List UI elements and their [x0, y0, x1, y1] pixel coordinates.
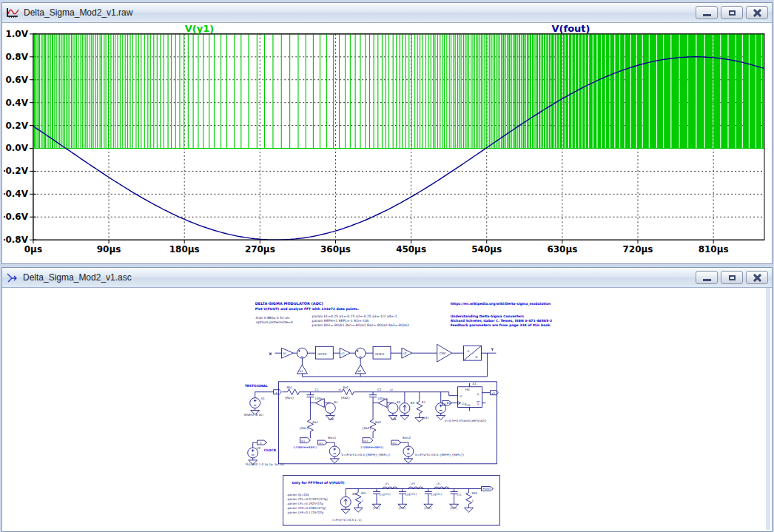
schematic-text: 1e8 [391, 417, 397, 421]
schematic-text: TESTSIGNAL [245, 384, 268, 388]
schematic-text: C1 [314, 388, 319, 391]
schematic-text: A1 [473, 382, 477, 385]
svg-text:720µs: 720µs [623, 244, 653, 255]
schematic-text: .param LFE=0.1125*2/fg [287, 511, 324, 514]
schematic-text: PULSE(0 1 0 1p 1p .5u 1u) [246, 462, 285, 466]
svg-text:-0.8V: -0.8V [4, 235, 29, 245]
schematic-text: PRE [465, 388, 471, 391]
schematic-text: https://en.wikipedia.org/wiki/Delta-sigm… [451, 302, 551, 306]
schematic-text: .options plotwinsize=0 [255, 320, 293, 324]
schematic-text: 1 [472, 499, 474, 502]
restore-button[interactable] [721, 271, 743, 284]
schematic-text: RFL [361, 491, 367, 495]
schematic-text: {LFE} [409, 493, 417, 496]
waveform-plot[interactable]: 1.0V0.8V0.6V0.4V0.2V0.0V-0.2V-0.4V-0.6V-… [4, 23, 770, 262]
schematic-pane: DELTA-SIGMA MODULATOR (ADC)Plot V(FOUT) … [4, 288, 766, 530]
schematic-text: 1 [361, 499, 363, 502]
svg-text:810µs: 810µs [699, 244, 729, 255]
svg-text:0.2V: 0.2V [5, 121, 28, 131]
svg-text:270µs: 270µs [245, 244, 275, 255]
schematic-text: INTEG [375, 352, 384, 356]
schematic-text: V=IF(V(Y1)>0.5,{REFH},{REFL}) [415, 453, 465, 457]
schematic-text: V=0.5+0.5*tanh(1e6*V(x2)) [445, 419, 487, 422]
svg-text:1.0V: 1.0V [5, 29, 28, 39]
schematic-text: V=IF(V(Y1)>0.5,{REFH},{REFL}) [341, 453, 391, 457]
svg-text:90µs: 90µs [97, 244, 121, 255]
schematic-text: {LFL} [383, 493, 391, 496]
schematic-text: Ra2 [343, 385, 349, 389]
schematic-text: Q [477, 393, 479, 396]
schematic-text: .param fg=20k [287, 493, 310, 496]
schematic-text: CLOCK [264, 448, 277, 452]
restore-button[interactable] [721, 6, 743, 19]
schematic-text: x2 [390, 388, 393, 391]
schematic-text: .param k1=0.25 a1=-0.25 a2=-0.25 a3=-1/2… [311, 314, 397, 318]
schematic-text: {LFL} [435, 493, 442, 496]
schematic-text: Ra3 [375, 420, 381, 424]
schematic-text: C2 [377, 388, 382, 391]
schematic-text: Rb1 [287, 385, 293, 389]
schematic-text: B2 [397, 400, 401, 404]
schematic-window-titlebar[interactable]: Delta_Sigma_Mod2_v1.asc [2, 268, 772, 288]
schematic-text: FOUT [482, 488, 491, 491]
minimize-button[interactable] [696, 6, 718, 19]
schematic-text: INTEG [317, 352, 326, 356]
schematic-text: y1 [491, 391, 495, 395]
schematic-text: 1e8 [328, 417, 334, 421]
schematic-text: ref1 [300, 440, 305, 442]
schematic-text: x [276, 391, 277, 394]
schematic-text: RFE [472, 491, 478, 495]
schematic-text: LFL [437, 482, 441, 485]
schematic-text: {CFE} [398, 507, 406, 510]
schematic-text: X [269, 351, 272, 356]
waveform-window: Delta_Sigma_Mod2_v1.raw 1.0V0.8V0.6V0.4V… [1, 2, 773, 264]
close-button[interactable] [746, 6, 768, 19]
block-diagram [275, 344, 497, 377]
schematic-text: {Rb1} [285, 396, 295, 400]
schematic-text: B5 [352, 492, 357, 496]
svg-text:0.0V: 0.0V [5, 144, 28, 154]
waveform-pane: 1.0V0.8V0.6V0.4V0.2V0.0V-0.2V-0.4V-0.6V-… [4, 23, 770, 262]
schematic-text: D [460, 395, 462, 398]
svg-text:0µs: 0µs [24, 244, 42, 255]
schematic-text: R1 [422, 400, 426, 404]
schematic-text: Y [490, 347, 494, 351]
schematic-text: cl [260, 442, 262, 445]
close-button[interactable] [746, 271, 768, 284]
schematic-text: ref1 [318, 442, 323, 445]
schematic-text: .param CFE=0.2385/(2*fg) [287, 506, 327, 510]
schematic-text: B4 [447, 401, 451, 405]
schematic-text: .tran 0 880u 0 5n uic [255, 316, 291, 320]
schematic-text: CLR [465, 404, 471, 407]
schematic-text: Ra1 [312, 420, 318, 424]
schematic-text: SINE(0 .8 1k) [244, 413, 263, 417]
minimize-button[interactable] [696, 271, 718, 284]
schematic-text: a2 [357, 369, 361, 373]
close-icon [753, 8, 762, 18]
schematic-text: Feedback parameters are from page 334 of… [451, 323, 552, 327]
schematic-text: x1 [338, 388, 341, 391]
minimize-icon [703, 14, 711, 16]
schematic-text: cl [444, 403, 446, 405]
legend-V(fout)[interactable]: V(fout) [552, 23, 590, 34]
schematic-text: c2 [403, 351, 407, 355]
svg-text:-0.4V: -0.4V [4, 189, 29, 199]
waveform-icon [6, 7, 19, 18]
schematic-text: V1 [261, 397, 266, 400]
window-edge-strip [766, 288, 770, 530]
close-icon [753, 273, 762, 283]
schematic-text: DELTA-SIGMA MODULATOR (ADC) [255, 301, 323, 306]
schematic-text: LFE [411, 482, 415, 485]
schematic-text: CMP [440, 351, 446, 355]
schematic-canvas[interactable]: DELTA-SIGMA MODULATOR (ADC)Plot V(FOUT) … [4, 288, 766, 530]
svg-text:-0.6V: -0.6V [4, 212, 29, 222]
svg-text:180µs: 180µs [169, 244, 200, 255]
schematic-text: {CFL} [372, 507, 380, 510]
legend-V(y1)[interactable]: V(y1) [185, 23, 214, 34]
schematic-text: B3 [411, 401, 415, 405]
schematic-text: Richard Schreier, Gabor C. Temes, ISBN 0… [451, 319, 552, 323]
waveform-window-titlebar[interactable]: Delta_Sigma_Mod2_v1.raw [2, 3, 772, 23]
schematic-text: 100p [377, 397, 386, 400]
schematic-text: CFL [457, 494, 462, 496]
restore-icon [729, 275, 736, 280]
